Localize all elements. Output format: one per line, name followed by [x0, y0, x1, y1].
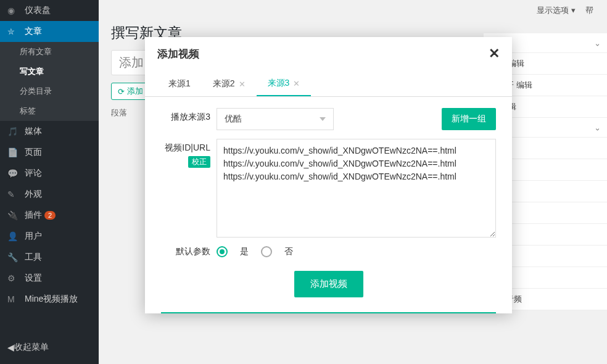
tab-source-3[interactable]: 来源3 ✕ — [257, 72, 312, 96]
chevron-down-icon — [320, 117, 326, 121]
modal-tabs: 来源1 来源2 ✕ 来源3 ✕ — [145, 72, 512, 97]
radio-no[interactable] — [261, 246, 272, 257]
add-video-submit-button[interactable]: 添加视频 — [294, 271, 363, 297]
add-video-modal: 添加视频 ✕ 来源1 来源2 ✕ 来源3 ✕ 播放来源3 优酷 新增一组 — [145, 37, 512, 313]
tab-close-icon[interactable]: ✕ — [293, 79, 300, 88]
tab-close-icon[interactable]: ✕ — [239, 80, 246, 89]
source-select[interactable]: 优酷 — [217, 108, 334, 130]
modal-divider — [161, 312, 496, 313]
radio-yes[interactable] — [217, 246, 228, 257]
radio-yes-label: 是 — [240, 246, 249, 257]
tab-source-1[interactable]: 来源1 — [157, 72, 202, 96]
add-group-button[interactable]: 新增一组 — [442, 108, 496, 130]
source-label: 播放来源3 — [161, 108, 217, 123]
selected-value: 优酷 — [225, 114, 242, 125]
label: 来源3 — [268, 78, 290, 89]
url-label: 视频ID|URL 校正 — [161, 139, 217, 168]
modal-title: 添加视频 — [157, 47, 199, 61]
video-url-textarea[interactable] — [217, 139, 496, 238]
default-param-label: 默认参数 — [161, 246, 217, 257]
tab-source-2[interactable]: 来源2 ✕ — [202, 72, 257, 96]
verify-tag[interactable]: 校正 — [188, 156, 210, 168]
radio-no-label: 否 — [284, 246, 293, 257]
close-button[interactable]: ✕ — [489, 46, 500, 62]
label: 来源2 — [213, 78, 235, 89]
modal-overlay: 添加视频 ✕ 来源1 来源2 ✕ 来源3 ✕ 播放来源3 优酷 新增一组 — [0, 0, 607, 364]
